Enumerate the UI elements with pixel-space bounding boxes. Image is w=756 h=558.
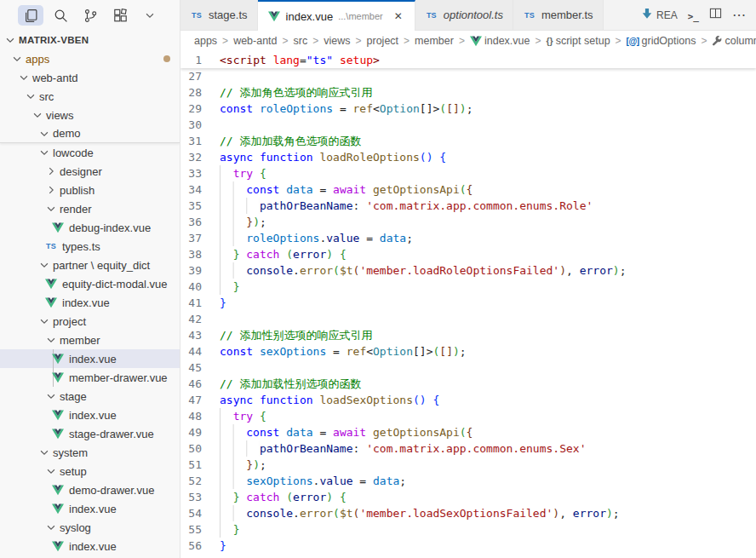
code-line-33[interactable]: 33try {: [180, 165, 756, 181]
tab-stage-ts[interactable]: TSstage.ts: [180, 0, 258, 30]
code-line-49[interactable]: 49const data = await getOptionsApi({: [180, 424, 756, 440]
breadcrumb-item-views[interactable]: views: [324, 35, 350, 47]
code-line-45[interactable]: 45: [180, 360, 756, 376]
tree-folder-publish[interactable]: publish: [0, 181, 180, 199]
code-line-52[interactable]: 52sexOptions.value = data;: [180, 473, 756, 489]
breadcrumb-item-gridoptions[interactable]: [@]gridOptions: [627, 35, 696, 47]
code-line-40[interactable]: 40}: [180, 279, 756, 295]
chevron-down-icon[interactable]: [44, 333, 58, 347]
chevron-down-icon[interactable]: [44, 389, 58, 403]
tab-index-vue[interactable]: index.vue...\member✕: [258, 0, 415, 31]
tree-folder-partner-equity-dict[interactable]: partner \ equity_dict: [0, 256, 180, 274]
tree-folder-matrix-vben[interactable]: MATRIX-VBEN: [0, 31, 180, 49]
tree-file-member-drawer-vue[interactable]: member-drawer.vue: [0, 368, 180, 387]
chevron-down-icon[interactable]: [37, 146, 51, 159]
tree-file-demo-drawer-vue[interactable]: demo-drawer.vue: [0, 480, 180, 499]
breadcrumb-item-src[interactable]: src: [294, 35, 308, 47]
tree-file-equity-dict-modal-vue[interactable]: equity-dict-modal.vue: [0, 274, 180, 293]
extensions-icon[interactable]: [107, 5, 133, 26]
chevron-down-icon[interactable]: [17, 71, 31, 84]
code-line-48[interactable]: 48try {: [180, 408, 756, 424]
breadcrumb-item-project[interactable]: project: [367, 35, 399, 47]
tree-folder-syslog[interactable]: syslog: [0, 518, 180, 537]
tree-folder-web-antd[interactable]: web-antd: [0, 68, 180, 87]
breadcrumb-item-script-setup[interactable]: {}script setup: [546, 35, 610, 47]
code-line-46[interactable]: 46// 添加加载性别选项的函数: [180, 376, 756, 392]
code-line-56[interactable]: 56}: [180, 538, 756, 554]
chevron-down-icon[interactable]: [10, 52, 24, 66]
tree-folder-lowcode[interactable]: lowcode: [0, 143, 180, 162]
git-branch-icon[interactable]: [77, 5, 103, 26]
code-line-39[interactable]: 39console.error($t('member.loadRoleOptio…: [180, 262, 756, 279]
chevron-down-icon[interactable]: [37, 314, 51, 328]
close-icon[interactable]: ✕: [392, 9, 405, 23]
tree-folder-setup[interactable]: setup: [0, 462, 180, 480]
code-line-37[interactable]: 37roleOptions.value = data;: [180, 230, 756, 246]
chevron-down-icon[interactable]: [44, 521, 58, 534]
chevron-down-icon[interactable]: [24, 89, 37, 103]
chevron-right-icon[interactable]: [44, 183, 58, 197]
tree-file-index-vue[interactable]: index.vue: [0, 537, 180, 555]
tree-folder-system[interactable]: system: [0, 443, 180, 462]
code-line-35[interactable]: 35pathOrBeanName: 'com.matrix.app.common…: [180, 198, 756, 214]
breadcrumb-item-member[interactable]: member: [415, 35, 454, 47]
code-line-32[interactable]: 32async function loadRoleOptions() {: [180, 149, 756, 165]
chevron-down-icon[interactable]: [137, 5, 163, 26]
tree-folder-src[interactable]: src: [0, 87, 180, 106]
chevron-down-icon[interactable]: [37, 446, 51, 459]
tree-folder-project[interactable]: project: [0, 312, 180, 331]
code-editor[interactable]: 1<script lang="ts" setup> 2728// 添加角色选项的…: [180, 51, 756, 558]
code-line-44[interactable]: 44const sexOptions = ref<Option[]>([]);: [180, 343, 756, 360]
chevron-down-icon[interactable]: [3, 33, 17, 47]
code-line-30[interactable]: 30: [180, 117, 756, 133]
code-line-55[interactable]: 55}: [180, 521, 756, 538]
code-line-1[interactable]: 1<script lang="ts" setup>: [180, 52, 756, 68]
chevron-right-icon[interactable]: [44, 164, 58, 178]
chevron-down-icon[interactable]: [31, 108, 44, 122]
chevron-down-icon[interactable]: [37, 258, 51, 272]
tree-file-index-vue[interactable]: index.vue: [0, 406, 180, 424]
code-line-31[interactable]: 31// 添加加载角色选项的函数: [180, 133, 756, 149]
code-line-47[interactable]: 47async function loadSexOptions() {: [180, 392, 756, 408]
code-line-34[interactable]: 34const data = await getOptionsApi({: [180, 181, 756, 198]
tree-file-stage-drawer-vue[interactable]: stage-drawer.vue: [0, 424, 180, 443]
code-line-27[interactable]: 27: [180, 68, 756, 84]
code-line-29[interactable]: 29const roleOptions = ref<Option[]>([]);: [180, 101, 756, 117]
chevron-down-icon[interactable]: [44, 202, 58, 216]
code-line-36[interactable]: 36});: [180, 214, 756, 230]
code-line-43[interactable]: 43// 添加性别选项的响应式引用: [180, 327, 756, 343]
search-icon[interactable]: [48, 5, 73, 26]
breadcrumb-item-index-vue[interactable]: index.vue: [470, 35, 530, 47]
tree-folder-apps[interactable]: apps: [0, 49, 180, 68]
files-icon[interactable]: [18, 5, 43, 26]
tree-folder-designer[interactable]: designer: [0, 162, 180, 181]
toggle-terminal-button[interactable]: >_: [688, 8, 699, 23]
tab-member-ts[interactable]: TSmember.ts: [513, 0, 604, 30]
code-line-54[interactable]: 54console.error($t('member.loadSexOption…: [180, 505, 756, 521]
tree-file-index-vue[interactable]: index.vue: [0, 349, 180, 368]
code-line-28[interactable]: 28// 添加角色选项的响应式引用: [180, 84, 756, 101]
chevron-down-icon[interactable]: [44, 464, 58, 478]
code-line-41[interactable]: 41}: [180, 295, 756, 311]
breadcrumb-item-columns[interactable]: columns: [712, 35, 756, 47]
code-line-42[interactable]: 42: [180, 311, 756, 327]
breadcrumb-item-web-antd[interactable]: web-antd: [233, 35, 277, 47]
code-line-57[interactable]: 57: [180, 554, 756, 558]
breadcrumb-item-apps[interactable]: apps: [194, 35, 217, 47]
tree-file-index-vue[interactable]: index.vue: [0, 499, 180, 518]
tree-folder-render[interactable]: render: [0, 199, 180, 218]
code-line-53[interactable]: 53} catch (error) {: [180, 489, 756, 505]
tree-file-types-ts[interactable]: TStypes.ts: [0, 237, 180, 256]
tree-folder-stage[interactable]: stage: [0, 387, 180, 406]
run-task-button[interactable]: REA: [641, 8, 678, 23]
tree-folder-member[interactable]: member: [0, 331, 180, 349]
tab-optiontool-ts[interactable]: TSoptiontool.ts: [415, 0, 513, 30]
tree-folder-demo[interactable]: demo: [0, 124, 180, 143]
sticky-scroll-line[interactable]: 1<script lang="ts" setup>: [180, 51, 756, 68]
tree-file-debug-index-vue[interactable]: debug-index.vue: [0, 218, 180, 237]
code-line-51[interactable]: 51});: [180, 457, 756, 473]
split-editor-button[interactable]: [709, 7, 722, 23]
chevron-down-icon[interactable]: [37, 127, 51, 141]
tree-folder-views[interactable]: views: [0, 106, 180, 124]
code-line-38[interactable]: 38} catch (error) {: [180, 246, 756, 262]
